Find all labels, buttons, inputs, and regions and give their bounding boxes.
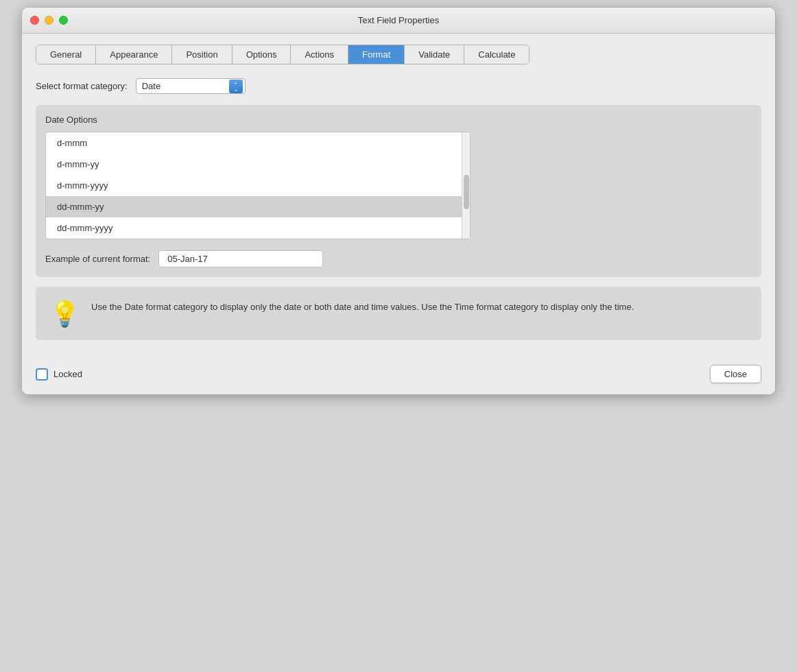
date-format-list: d-mmm d-mmm-yy d-mmm-yyyy dd-mmm-yy dd-m… (45, 132, 471, 239)
scrollbar-track (462, 132, 470, 239)
tab-format[interactable]: Format (348, 45, 405, 64)
lightbulb-icon: 💡 (49, 302, 80, 326)
format-category-label: Select format category: (36, 81, 128, 91)
main-content: General Appearance Position Options Acti… (22, 34, 775, 354)
locked-area: Locked (36, 368, 82, 381)
locked-checkbox[interactable] (36, 368, 48, 381)
list-item-d-mmm-yyyy[interactable]: d-mmm-yyyy (46, 175, 470, 196)
titlebar: Text Field Properties (22, 8, 775, 34)
tab-validate[interactable]: Validate (405, 45, 464, 64)
format-category-row: Select format category: None Number Perc… (36, 78, 761, 94)
footer: Locked Close (22, 354, 775, 394)
tab-bar: General Appearance Position Options Acti… (36, 45, 530, 64)
tab-position[interactable]: Position (172, 45, 232, 64)
minimize-traffic-light[interactable] (45, 16, 53, 25)
example-row: Example of current format: 05-Jan-17 (45, 250, 752, 267)
list-item-dd-mmm-yy[interactable]: dd-mmm-yy (46, 196, 470, 217)
window-title: Text Field Properties (358, 15, 440, 25)
info-section: 💡 Use the Date format category to displa… (36, 287, 761, 340)
date-options-section: Date Options d-mmm d-mmm-yy d-mmm-yyyy d… (36, 105, 761, 277)
date-format-list-items[interactable]: d-mmm d-mmm-yy d-mmm-yyyy dd-mmm-yy dd-m… (46, 132, 470, 239)
example-label: Example of current format: (45, 254, 150, 264)
format-category-select[interactable]: None Number Percentage Date Time Special… (136, 78, 246, 94)
tab-actions[interactable]: Actions (291, 45, 348, 64)
list-item-d-mmm[interactable]: d-mmm (46, 132, 470, 154)
traffic-lights (30, 16, 68, 25)
tab-general[interactable]: General (36, 45, 96, 64)
tab-options[interactable]: Options (233, 45, 292, 64)
example-value: 05-Jan-17 (158, 250, 323, 267)
window: Text Field Properties General Appearance… (21, 7, 776, 395)
close-traffic-light[interactable] (30, 16, 39, 25)
tab-appearance[interactable]: Appearance (96, 45, 172, 64)
tab-calculate[interactable]: Calculate (464, 45, 529, 64)
info-text: Use the Date format category to display … (91, 300, 634, 314)
scrollbar-thumb[interactable] (464, 175, 469, 209)
date-options-label: Date Options (45, 115, 752, 125)
close-button[interactable]: Close (710, 365, 761, 383)
list-item-dd-mmm-yyyy[interactable]: dd-mmm-yyyy (46, 217, 470, 239)
list-item-d-mmm-yy[interactable]: d-mmm-yy (46, 154, 470, 175)
format-category-select-wrapper: None Number Percentage Date Time Special… (136, 78, 246, 94)
maximize-traffic-light[interactable] (59, 16, 68, 25)
locked-label: Locked (53, 369, 82, 379)
